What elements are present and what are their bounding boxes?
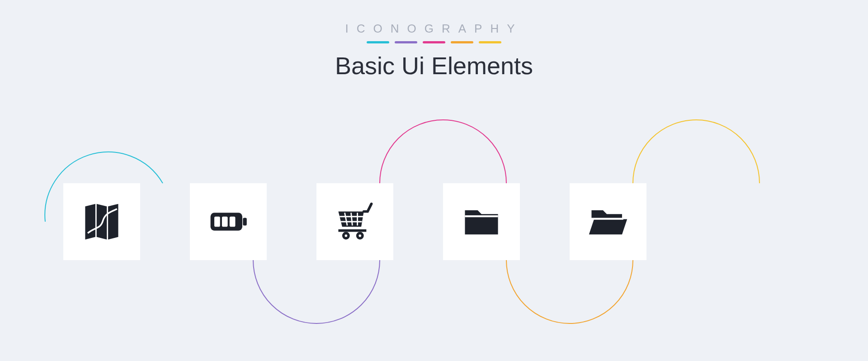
icon-row [0, 0, 868, 361]
battery-icon [208, 201, 249, 242]
svg-rect-10 [338, 229, 366, 232]
svg-point-12 [345, 234, 348, 237]
icon-card-battery [190, 183, 267, 260]
svg-rect-4 [230, 217, 236, 227]
map-icon [81, 201, 122, 242]
icon-card-cart [316, 183, 393, 260]
icon-card-folder-open [570, 183, 646, 260]
svg-rect-3 [222, 217, 228, 227]
shopping-cart-icon [335, 201, 375, 242]
svg-rect-15 [465, 215, 498, 217]
icon-card-folder [443, 183, 520, 260]
stage: ICONOGRAPHY Basic Ui Elements [0, 0, 868, 361]
icon-card-map [63, 183, 140, 260]
folder-open-icon [588, 201, 628, 242]
folder-icon [461, 201, 502, 242]
svg-rect-1 [243, 218, 246, 226]
svg-rect-2 [214, 217, 220, 227]
svg-point-14 [359, 234, 361, 237]
